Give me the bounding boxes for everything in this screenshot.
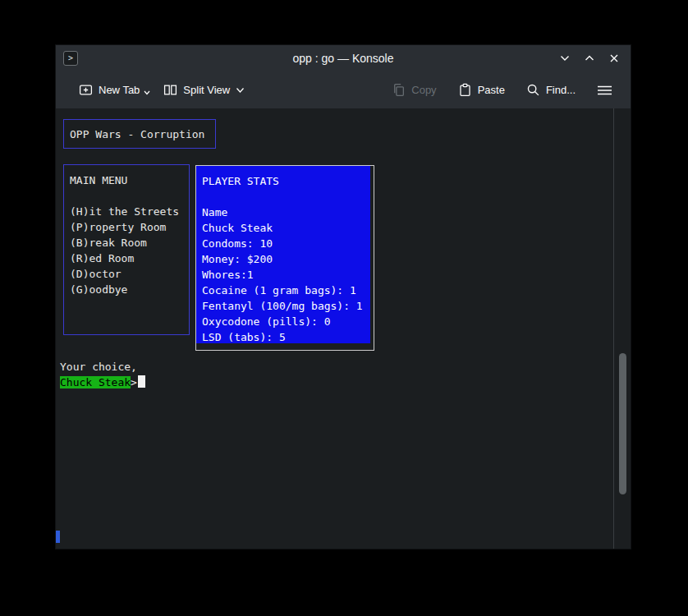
window-title: opp : go — Konsole bbox=[56, 52, 631, 65]
terminal-cursor bbox=[138, 375, 145, 388]
menu-item: (B)reak Room bbox=[70, 235, 189, 251]
scrollbar[interactable] bbox=[613, 108, 631, 549]
stats-line: Condoms: 10 bbox=[202, 236, 370, 251]
maximize-button[interactable] bbox=[583, 52, 596, 65]
stats-line: Chuck Steak bbox=[202, 220, 370, 236]
split-view-icon bbox=[163, 83, 177, 97]
main-menu-title: MAIN MENU bbox=[70, 172, 189, 188]
window-controls bbox=[558, 45, 621, 71]
split-view-button[interactable]: Split View bbox=[157, 78, 251, 102]
close-icon bbox=[609, 53, 619, 63]
player-stats-title: PLAYER STATS bbox=[202, 173, 370, 189]
scrollbar-thumb[interactable] bbox=[619, 353, 626, 494]
paste-icon bbox=[458, 83, 472, 97]
terminal-area[interactable]: OPP Wars - Corruption MAIN MENU (H)it th… bbox=[56, 108, 631, 549]
copy-label: Copy bbox=[411, 84, 436, 96]
close-button[interactable] bbox=[608, 52, 621, 65]
search-icon bbox=[526, 83, 540, 97]
desktop: > opp : go — Konsole N bbox=[0, 0, 688, 616]
paste-button[interactable]: Paste bbox=[452, 78, 511, 102]
split-view-label: Split View bbox=[183, 84, 230, 96]
stats-line: Cocaine (1 gram bags): 1 bbox=[202, 283, 370, 298]
menu-item: (P)roperty Room bbox=[70, 219, 189, 235]
prompt-symbol: > bbox=[131, 376, 137, 388]
menu-button[interactable] bbox=[590, 79, 619, 102]
new-tab-button[interactable]: New Tab bbox=[72, 78, 157, 102]
toolbar: New Tab Split View Copy bbox=[56, 71, 631, 108]
prompt: Your choice, Chuck Steak> bbox=[60, 359, 145, 390]
new-output-marker bbox=[56, 531, 60, 543]
find-label: Find... bbox=[546, 84, 576, 96]
stats-line: Fentanyl (100/mg bags): 1 bbox=[202, 298, 370, 314]
stats-line: LSD (tabs): 5 bbox=[202, 329, 370, 345]
minimize-button[interactable] bbox=[558, 52, 571, 65]
main-menu-box: MAIN MENU (H)it the Streets (P)roperty R… bbox=[63, 164, 190, 335]
stats-line: Whores:1 bbox=[202, 267, 370, 283]
blank-line bbox=[202, 189, 370, 205]
find-button[interactable]: Find... bbox=[520, 78, 582, 102]
menu-item: (D)octor bbox=[70, 266, 189, 282]
chevron-down-icon bbox=[560, 53, 570, 63]
copy-button[interactable]: Copy bbox=[385, 78, 443, 102]
stats-line: Oxycodone (pills): 0 bbox=[202, 314, 370, 329]
konsole-window: > opp : go — Konsole N bbox=[56, 45, 631, 549]
chevron-up-icon bbox=[585, 53, 594, 63]
stats-line: Name bbox=[202, 205, 370, 220]
player-stats-fill: PLAYER STATS Name Chuck Steak Condoms: 1… bbox=[196, 166, 370, 343]
stats-line: Money: $200 bbox=[202, 251, 370, 267]
chevron-down-icon bbox=[236, 87, 245, 94]
player-stats-box: PLAYER STATS Name Chuck Steak Condoms: 1… bbox=[195, 165, 374, 351]
chevron-down-icon bbox=[144, 90, 150, 95]
game-title: OPP Wars - Corruption bbox=[70, 126, 204, 142]
prompt-input-line: Chuck Steak> bbox=[60, 375, 145, 390]
player-name-highlight: Chuck Steak bbox=[60, 376, 131, 388]
new-tab-label: New Tab bbox=[99, 84, 140, 96]
menu-item: (G)oodbye bbox=[70, 282, 189, 297]
titlebar[interactable]: > opp : go — Konsole bbox=[56, 45, 631, 71]
paste-label: Paste bbox=[478, 84, 505, 96]
menu-item: (R)ed Room bbox=[70, 251, 189, 266]
new-tab-icon bbox=[79, 83, 93, 97]
hamburger-menu-icon bbox=[597, 84, 612, 97]
copy-icon bbox=[392, 83, 406, 97]
game-title-box: OPP Wars - Corruption bbox=[63, 119, 216, 149]
toolbar-right-group: Copy Paste Find... bbox=[385, 78, 619, 102]
menu-item: (H)it the Streets bbox=[70, 204, 189, 219]
prompt-line: Your choice, bbox=[60, 359, 145, 375]
blank-line bbox=[70, 188, 189, 204]
